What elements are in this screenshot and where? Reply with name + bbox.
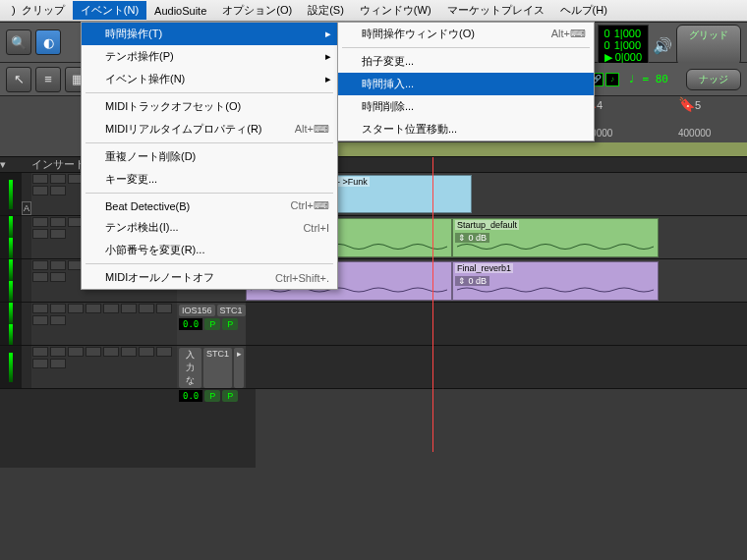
- separator: [86, 92, 333, 93]
- clip-name: Startup_default: [455, 220, 519, 230]
- track-meter: [0, 259, 22, 302]
- grid-button[interactable]: グリッド: [676, 25, 741, 66]
- arrow-icon: ▸: [325, 28, 331, 40]
- audio-clip[interactable]: Final_reverb1 ⇕ 0 dB: [452, 261, 659, 301]
- submenu-meter-change[interactable]: 拍子変更...: [338, 50, 594, 73]
- clip-lane[interactable]: [246, 303, 747, 345]
- marker-icon[interactable]: 🔖: [678, 96, 695, 112]
- arrow-icon: ▸: [325, 50, 331, 63]
- empty-area: [0, 389, 747, 468]
- menu-window[interactable]: ウィンドウ(W): [352, 1, 439, 20]
- clip-lane[interactable]: [246, 346, 747, 388]
- menu-renumber-bars[interactable]: 小節番号を変更(R)...: [82, 239, 337, 261]
- output-label[interactable]: STC1: [217, 305, 246, 316]
- arrow-icon: ▸: [325, 73, 331, 85]
- cursor-tool[interactable]: ↖: [6, 67, 31, 92]
- pan-r[interactable]: P: [222, 390, 238, 402]
- menu-dup-note[interactable]: 重複ノート削除(D): [82, 145, 337, 168]
- sync-note[interactable]: ♪: [605, 73, 619, 86]
- time-ops-submenu: 時間操作ウィンドウ(O)Alt+⌨ 拍子変更... 時間挿入... 時間削除..…: [337, 22, 595, 141]
- expand-icon[interactable]: ▾: [0, 158, 22, 171]
- submenu-time-window[interactable]: 時間操作ウィンドウ(O)Alt+⌨: [338, 23, 594, 45]
- menu-help[interactable]: ヘルプ(H): [552, 1, 615, 20]
- tool-a[interactable]: ≡: [35, 67, 61, 92]
- menu-event[interactable]: イベント(N): [73, 1, 146, 20]
- pan-r[interactable]: P: [222, 318, 238, 330]
- menu-all-notes-off[interactable]: MIDIオールノートオフCtrl+Shift+.: [82, 266, 337, 289]
- speaker-icon[interactable]: 🔊: [653, 36, 672, 55]
- tempo-value[interactable]: = 80: [643, 73, 669, 85]
- counter-panel: 01|000 01|000 ▶ 0|000 🔊 グリッド: [598, 25, 741, 66]
- menu-midi-rtprops[interactable]: MIDIリアルタイムプロパティ(R)Alt+⌨: [82, 118, 337, 140]
- submenu-move-start[interactable]: スタート位置移動...: [338, 118, 594, 140]
- ruler-tick: 400000: [678, 128, 711, 139]
- menu-time-ops[interactable]: 時間操作(T)▸: [82, 23, 337, 45]
- separator: [86, 193, 333, 194]
- tempo-note: ♩: [628, 73, 635, 85]
- clip-name: Final_reverb1: [455, 263, 513, 273]
- pan-l[interactable]: P: [204, 390, 220, 402]
- menu-settings[interactable]: 設定(S): [300, 1, 352, 20]
- input-label[interactable]: 入力な: [179, 348, 201, 388]
- input-label[interactable]: IOS156: [179, 305, 215, 316]
- menu-tempo-ops[interactable]: テンポ操作(P)▸: [82, 45, 337, 68]
- menu-tempo-detect[interactable]: テンポ検出(I)...Ctrl+I: [82, 216, 337, 239]
- main-counter: 01|000 01|000 ▶ 0|000: [598, 25, 649, 66]
- menu-key-change[interactable]: キー変更...: [82, 168, 337, 191]
- output-label[interactable]: STC1: [203, 348, 232, 388]
- volume[interactable]: 0.0: [179, 318, 202, 330]
- menu-beat-detective[interactable]: Beat Detective(B)Ctrl+⌨: [82, 196, 337, 216]
- waveform: [457, 241, 654, 252]
- track-meter: [0, 216, 22, 258]
- pan-l[interactable]: P: [204, 318, 220, 330]
- menu-options[interactable]: オプション(O): [214, 1, 300, 20]
- submenu-delete-time[interactable]: 時間削除...: [338, 95, 594, 118]
- audio-clip[interactable]: Startup_default ⇕ 0 dB: [452, 218, 659, 257]
- menu-midi-offset[interactable]: MIDIトラックオフセット(O): [82, 95, 337, 118]
- zoom-tool[interactable]: 🔍: [6, 29, 31, 55]
- insert-slots[interactable]: [31, 303, 177, 345]
- event-dropdown: 時間操作(T)▸ テンポ操作(P)▸ イベント操作(N)▸ MIDIトラックオフ…: [81, 22, 338, 290]
- nudge-button[interactable]: ナッジ: [686, 69, 741, 90]
- track-meter: [0, 346, 22, 388]
- track-io: 入力なSTC1▸ 0.0PP: [177, 346, 246, 388]
- track-row: IOS156STC1▸ 0.0PP: [0, 303, 747, 346]
- track-row: 入力なSTC1▸ 0.0PP: [0, 346, 747, 389]
- waveform: [457, 284, 654, 296]
- tool-blue[interactable]: ◐: [35, 29, 61, 55]
- menu-event-ops[interactable]: イベント操作(N)▸: [82, 68, 337, 90]
- track-meter: [0, 303, 22, 345]
- menubar: ) クリップ イベント(N) AudioSuite オプション(O) 設定(S)…: [0, 0, 747, 22]
- menu-clip[interactable]: ) クリップ: [4, 1, 73, 20]
- track-meter: [0, 173, 22, 215]
- menu-audiosuite[interactable]: AudioSuite: [146, 3, 214, 19]
- menu-marketplace[interactable]: マーケットプレイス: [439, 1, 552, 20]
- separator: [342, 47, 590, 48]
- volume[interactable]: 0.0: [179, 390, 202, 402]
- playhead[interactable]: [432, 157, 433, 452]
- insert-slots[interactable]: [31, 346, 177, 388]
- submenu-insert-time[interactable]: 時間挿入...: [338, 73, 594, 95]
- track-io: IOS156STC1▸ 0.0PP: [177, 303, 246, 345]
- track-letter[interactable]: A: [22, 201, 31, 215]
- separator: [86, 142, 333, 143]
- io-more[interactable]: ▸: [234, 348, 244, 388]
- separator: [86, 263, 333, 264]
